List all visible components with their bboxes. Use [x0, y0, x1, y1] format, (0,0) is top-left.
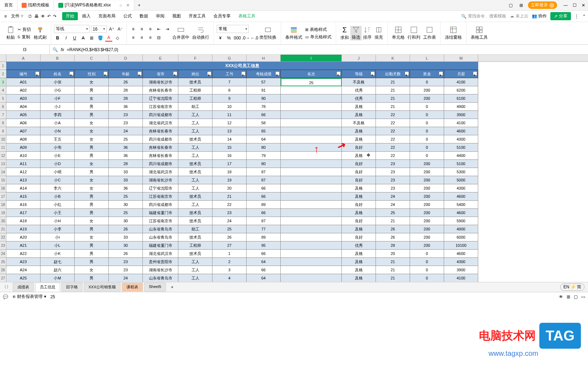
cell[interactable]: 女	[75, 135, 109, 143]
cell[interactable]: 技术员	[178, 160, 212, 168]
cell[interactable]: 24	[109, 274, 143, 282]
cell[interactable]: 辽宁省沈阳市	[143, 184, 178, 192]
cell[interactable]: 小H	[41, 217, 75, 225]
cell[interactable]: 28	[109, 86, 143, 94]
cell[interactable]: 吉林省长春市	[143, 127, 178, 135]
cell[interactable]: 工人	[178, 111, 212, 119]
minimize-button[interactable]: —	[563, 3, 568, 8]
cell[interactable]: 66	[247, 209, 281, 217]
cell[interactable]	[281, 192, 342, 201]
cell[interactable]: 男	[75, 250, 109, 258]
column-header[interactable]: 省市	[143, 70, 178, 78]
cell[interactable]: 4600	[444, 209, 478, 217]
cell[interactable]: 男	[75, 201, 109, 209]
cell[interactable]: 27	[212, 241, 247, 250]
cell[interactable]: 21	[376, 86, 410, 94]
cell[interactable]: 0	[410, 152, 444, 160]
cell[interactable]: 0	[410, 250, 444, 258]
print-icon[interactable]: 🖶	[34, 14, 39, 19]
cell[interactable]: 不及格	[342, 119, 376, 127]
cell[interactable]: 贵州省贵阳市	[143, 258, 178, 266]
cell[interactable]: 21	[376, 103, 410, 111]
name-box[interactable]: I3	[0, 45, 50, 54]
cell[interactable]: 26	[376, 233, 410, 241]
cloud-status[interactable]: ☁ 未上云	[510, 13, 528, 19]
filter-dropdown-icon[interactable]	[439, 71, 443, 76]
cell[interactable]: 及格	[342, 209, 376, 217]
cell[interactable]: 女	[75, 160, 109, 168]
cell[interactable]: 江苏省南京市	[143, 103, 178, 111]
cell[interactable]	[281, 103, 342, 111]
sheet-button[interactable]: 工作表	[422, 26, 437, 40]
cell[interactable]: 21	[212, 192, 247, 201]
row-header-17[interactable]: 17	[0, 192, 6, 201]
column-header[interactable]: 月薪	[444, 70, 478, 78]
column-header[interactable]: 出勤天数	[376, 70, 410, 78]
align-center-icon[interactable]: ≡	[138, 34, 145, 41]
cell[interactable]: 65	[247, 127, 281, 135]
type-convert-button[interactable]: 类型转换	[258, 26, 278, 40]
cell[interactable]: 21	[376, 266, 410, 274]
cell[interactable]: 14	[212, 135, 247, 143]
cell[interactable]	[281, 176, 342, 184]
cell[interactable]: 200	[410, 168, 444, 176]
menu-5[interactable]: 审阅	[152, 12, 168, 20]
cell[interactable]: 11	[212, 111, 247, 119]
cell[interactable]: 工程师	[178, 86, 212, 94]
cell[interactable]	[281, 241, 342, 250]
collapse-ribbon-icon[interactable]: ⌃	[582, 14, 586, 19]
col-header-F[interactable]: F	[178, 55, 212, 61]
cell[interactable]: 4400	[444, 152, 478, 160]
cell[interactable]: 0	[410, 103, 444, 111]
column-header[interactable]: 考核成绩	[247, 70, 281, 78]
cell[interactable]: A16	[6, 201, 41, 209]
reading-view-icon[interactable]: ▭	[581, 294, 585, 299]
cell[interactable]: 不及格	[342, 78, 376, 86]
normal-view-icon[interactable]: ⊞	[567, 294, 570, 299]
cell[interactable]: 200	[410, 241, 444, 250]
cell[interactable]: 24	[109, 127, 143, 135]
cell[interactable]: 200	[410, 184, 444, 192]
font-color-button[interactable]: A	[105, 34, 112, 42]
cell[interactable]	[281, 250, 342, 258]
column-header[interactable]: 姓名	[41, 70, 75, 78]
spreadsheet[interactable]: ABCDEFGHIJKLM 12345678910111213141516171…	[0, 55, 588, 282]
cell[interactable]: 33	[109, 233, 143, 241]
cell[interactable]: 22	[376, 119, 410, 127]
cell[interactable]: 33	[109, 168, 143, 176]
page-view-icon[interactable]: ▢	[574, 294, 578, 299]
file-tab[interactable]: [只读]WPS表格教程.xlsx○✕	[54, 0, 134, 10]
cell[interactable]: 30	[109, 241, 143, 250]
row-header-26[interactable]: 26	[0, 266, 6, 274]
cell[interactable]: 22	[376, 127, 410, 135]
cell[interactable]: 24	[376, 201, 410, 209]
cell[interactable]: A22	[6, 250, 41, 258]
col-header-M[interactable]: M	[444, 55, 478, 61]
cell[interactable]: 湖北省武汉市	[143, 119, 178, 127]
cell[interactable]: 女	[75, 184, 109, 192]
cell[interactable]: 良好	[342, 217, 376, 225]
cell[interactable]: 及格	[342, 152, 376, 160]
cell[interactable]: 87	[247, 217, 281, 225]
cell[interactable]: 21	[376, 94, 410, 103]
cell[interactable]: 小i	[41, 233, 75, 241]
cell[interactable]: 26	[109, 250, 143, 258]
increase-font-icon[interactable]: A⁺	[108, 26, 115, 33]
border-button[interactable]: ⊞	[88, 34, 95, 42]
coop-button[interactable]: 👥 协作	[532, 13, 547, 19]
cell[interactable]: 四川省成都市	[143, 111, 178, 119]
cell[interactable]: 技术员	[178, 233, 212, 241]
cell[interactable]: 26	[212, 233, 247, 241]
cell[interactable]: 200	[410, 94, 444, 103]
col-header-I[interactable]: I	[281, 55, 342, 61]
home-tab[interactable]: 首页	[0, 0, 17, 10]
cell[interactable]: 78	[247, 103, 281, 111]
cell[interactable]: 工人	[178, 143, 212, 152]
cell[interactable]: 技术员	[178, 78, 212, 86]
cell[interactable]: 湖南省长沙市	[143, 176, 178, 184]
cell[interactable]: A06	[6, 119, 41, 127]
cell[interactable]: 1	[212, 250, 247, 258]
cell[interactable]	[281, 152, 342, 160]
cell[interactable]: 及格	[342, 103, 376, 111]
menu-8[interactable]: 会员专享	[210, 12, 234, 20]
